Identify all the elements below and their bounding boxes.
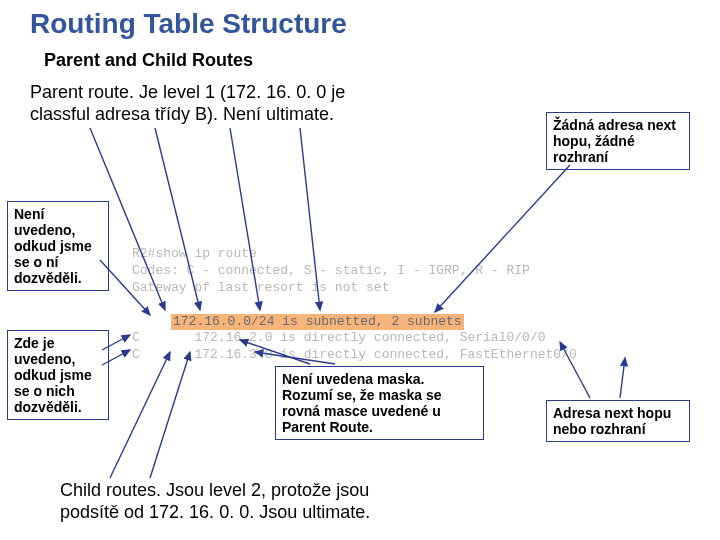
callout-nexthop-or-interface: Adresa next hopu nebo rozhraní [546, 400, 690, 442]
router-prompt: R2# [132, 246, 155, 261]
router-parent-route-highlight: 172.16.0.0/24 is subnetted, 2 subnets [171, 314, 464, 331]
page-subtitle: Parent and Child Routes [44, 50, 253, 71]
router-child1-code: C [132, 330, 140, 345]
callout-no-nexthop: Žádná adresa next hopu, žádné rozhraní [546, 112, 690, 170]
router-output: R2#show ip route Codes: C - connected, S… [132, 246, 672, 364]
page-title: Routing Table Structure [30, 8, 347, 40]
router-child2-rest: 172.16.3.0 is directly connected, FastEt… [140, 347, 577, 362]
router-child1-rest: 172.16.2.0 is directly connected, Serial… [140, 330, 546, 345]
child-routes-description: Child routes. Jsou level 2, protože jsou… [60, 480, 430, 523]
callout-has-source: Zde je uvedeno, odkud jsme se o nich doz… [7, 330, 109, 420]
svg-line-13 [150, 352, 190, 478]
router-gateway-line: Gateway of last resort is not set [132, 280, 672, 297]
callout-no-source: Není uvedeno, odkud jsme se o ní dozvědě… [7, 201, 109, 291]
svg-line-12 [110, 352, 170, 478]
router-command: show ip route [155, 246, 256, 261]
parent-route-description: Parent route. Je level 1 (172. 16. 0. 0 … [30, 82, 380, 125]
router-codes-line: Codes: C - connected, S - static, I - IG… [132, 263, 672, 280]
callout-no-mask: Není uvedena maska. Rozumí se, že maska … [275, 366, 484, 440]
router-child2-code: C [132, 347, 140, 362]
